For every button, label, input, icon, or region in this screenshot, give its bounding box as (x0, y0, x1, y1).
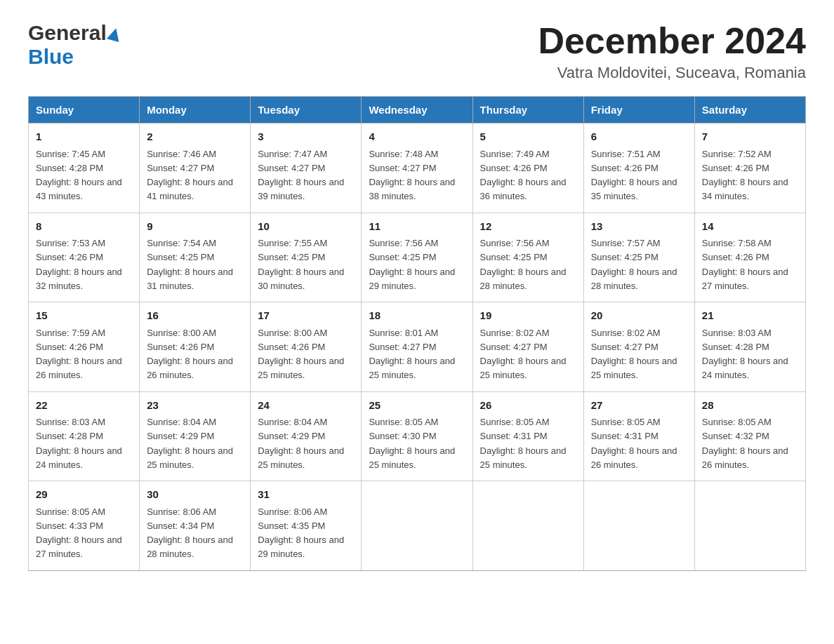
calendar-week-row: 8 Sunrise: 7:53 AMSunset: 4:26 PMDayligh… (29, 213, 806, 302)
calendar-week-row: 22 Sunrise: 8:03 AMSunset: 4:28 PMDaylig… (29, 391, 806, 481)
table-row: 23 Sunrise: 8:04 AMSunset: 4:29 PMDaylig… (140, 391, 251, 481)
table-row: 28 Sunrise: 8:05 AMSunset: 4:32 PMDaylig… (694, 391, 805, 481)
day-number: 4 (369, 129, 465, 145)
table-row: 25 Sunrise: 8:05 AMSunset: 4:30 PMDaylig… (362, 391, 472, 481)
day-info: Sunrise: 8:06 AMSunset: 4:35 PMDaylight:… (258, 507, 344, 560)
table-row: 30 Sunrise: 8:06 AMSunset: 4:34 PMDaylig… (140, 481, 251, 571)
table-row: 8 Sunrise: 7:53 AMSunset: 4:26 PMDayligh… (29, 213, 140, 302)
day-number: 29 (36, 487, 132, 503)
table-row: 17 Sunrise: 8:00 AMSunset: 4:26 PMDaylig… (251, 302, 362, 392)
day-info: Sunrise: 7:47 AMSunset: 4:27 PMDaylight:… (258, 149, 344, 202)
day-info: Sunrise: 8:05 AMSunset: 4:30 PMDaylight:… (369, 417, 455, 470)
day-number: 30 (147, 487, 243, 503)
day-number: 9 (147, 219, 243, 235)
logo-blue-text: Blue (28, 45, 74, 68)
month-title: December 2024 (538, 21, 806, 61)
table-row: 19 Sunrise: 8:02 AMSunset: 4:27 PMDaylig… (472, 302, 583, 392)
day-number: 14 (702, 219, 798, 235)
header-thursday: Thursday (472, 97, 583, 123)
page-header: General Blue December 2024 Vatra Moldovi… (28, 21, 806, 82)
day-number: 13 (591, 219, 687, 235)
table-row: 26 Sunrise: 8:05 AMSunset: 4:31 PMDaylig… (472, 391, 583, 481)
day-number: 21 (702, 308, 798, 324)
day-info: Sunrise: 8:02 AMSunset: 4:27 PMDaylight:… (591, 328, 677, 381)
day-number: 5 (480, 129, 576, 145)
day-number: 18 (369, 308, 465, 324)
day-number: 10 (258, 219, 354, 235)
day-info: Sunrise: 7:46 AMSunset: 4:27 PMDaylight:… (147, 149, 233, 202)
day-info: Sunrise: 8:05 AMSunset: 4:33 PMDaylight:… (36, 507, 122, 560)
table-row: 14 Sunrise: 7:58 AMSunset: 4:26 PMDaylig… (694, 213, 805, 302)
logo-general-text: General (28, 21, 107, 45)
day-info: Sunrise: 8:03 AMSunset: 4:28 PMDaylight:… (702, 328, 788, 381)
table-row: 21 Sunrise: 8:03 AMSunset: 4:28 PMDaylig… (694, 302, 805, 392)
day-info: Sunrise: 8:03 AMSunset: 4:28 PMDaylight:… (36, 417, 122, 470)
day-info: Sunrise: 7:58 AMSunset: 4:26 PMDaylight:… (702, 238, 788, 291)
day-info: Sunrise: 7:55 AMSunset: 4:25 PMDaylight:… (258, 238, 344, 291)
day-info: Sunrise: 8:00 AMSunset: 4:26 PMDaylight:… (258, 328, 344, 381)
day-info: Sunrise: 7:53 AMSunset: 4:26 PMDaylight:… (36, 238, 122, 291)
day-info: Sunrise: 7:57 AMSunset: 4:25 PMDaylight:… (591, 238, 677, 291)
day-info: Sunrise: 7:45 AMSunset: 4:28 PMDaylight:… (36, 149, 122, 202)
table-row: 6 Sunrise: 7:51 AMSunset: 4:26 PMDayligh… (583, 123, 694, 213)
header-tuesday: Tuesday (251, 97, 362, 123)
table-row: 2 Sunrise: 7:46 AMSunset: 4:27 PMDayligh… (140, 123, 251, 213)
day-number: 11 (369, 219, 465, 235)
table-row: 18 Sunrise: 8:01 AMSunset: 4:27 PMDaylig… (362, 302, 472, 392)
table-row: 9 Sunrise: 7:54 AMSunset: 4:25 PMDayligh… (140, 213, 251, 302)
table-row: 11 Sunrise: 7:56 AMSunset: 4:25 PMDaylig… (362, 213, 472, 302)
day-number: 23 (147, 398, 243, 414)
day-info: Sunrise: 8:04 AMSunset: 4:29 PMDaylight:… (258, 417, 344, 470)
header-friday: Friday (583, 97, 694, 123)
header-saturday: Saturday (694, 97, 805, 123)
day-number: 15 (36, 308, 132, 324)
day-number: 19 (480, 308, 576, 324)
day-info: Sunrise: 7:52 AMSunset: 4:26 PMDaylight:… (702, 149, 788, 202)
day-number: 8 (36, 219, 132, 235)
day-number: 7 (702, 129, 798, 145)
day-number: 3 (258, 129, 354, 145)
header-monday: Monday (140, 97, 251, 123)
day-number: 22 (36, 398, 132, 414)
day-info: Sunrise: 8:04 AMSunset: 4:29 PMDaylight:… (147, 417, 233, 470)
calendar-table: Sunday Monday Tuesday Wednesday Thursday… (28, 96, 806, 571)
day-info: Sunrise: 8:05 AMSunset: 4:31 PMDaylight:… (591, 417, 677, 470)
calendar-header-row: Sunday Monday Tuesday Wednesday Thursday… (29, 97, 806, 123)
day-number: 25 (369, 398, 465, 414)
day-info: Sunrise: 8:05 AMSunset: 4:32 PMDaylight:… (702, 417, 788, 470)
day-info: Sunrise: 8:06 AMSunset: 4:34 PMDaylight:… (147, 507, 233, 560)
table-row (472, 481, 583, 571)
calendar-week-row: 29 Sunrise: 8:05 AMSunset: 4:33 PMDaylig… (29, 481, 806, 571)
day-info: Sunrise: 7:51 AMSunset: 4:26 PMDaylight:… (591, 149, 677, 202)
table-row: 12 Sunrise: 7:56 AMSunset: 4:25 PMDaylig… (472, 213, 583, 302)
day-number: 27 (591, 398, 687, 414)
table-row: 1 Sunrise: 7:45 AMSunset: 4:28 PMDayligh… (29, 123, 140, 213)
table-row: 31 Sunrise: 8:06 AMSunset: 4:35 PMDaylig… (251, 481, 362, 571)
table-row: 22 Sunrise: 8:03 AMSunset: 4:28 PMDaylig… (29, 391, 140, 481)
table-row: 24 Sunrise: 8:04 AMSunset: 4:29 PMDaylig… (251, 391, 362, 481)
day-number: 20 (591, 308, 687, 324)
day-info: Sunrise: 8:02 AMSunset: 4:27 PMDaylight:… (480, 328, 567, 381)
table-row: 16 Sunrise: 8:00 AMSunset: 4:26 PMDaylig… (140, 302, 251, 392)
day-info: Sunrise: 7:48 AMSunset: 4:27 PMDaylight:… (369, 149, 455, 202)
calendar-week-row: 15 Sunrise: 7:59 AMSunset: 4:26 PMDaylig… (29, 302, 806, 392)
table-row: 13 Sunrise: 7:57 AMSunset: 4:25 PMDaylig… (583, 213, 694, 302)
header-sunday: Sunday (29, 97, 140, 123)
table-row (694, 481, 805, 571)
header-wednesday: Wednesday (362, 97, 472, 123)
day-number: 12 (480, 219, 576, 235)
day-info: Sunrise: 7:56 AMSunset: 4:25 PMDaylight:… (480, 238, 567, 291)
day-number: 26 (480, 398, 576, 414)
table-row (362, 481, 472, 571)
day-info: Sunrise: 7:56 AMSunset: 4:25 PMDaylight:… (369, 238, 455, 291)
table-row: 10 Sunrise: 7:55 AMSunset: 4:25 PMDaylig… (251, 213, 362, 302)
day-info: Sunrise: 7:59 AMSunset: 4:26 PMDaylight:… (36, 328, 122, 381)
day-info: Sunrise: 7:54 AMSunset: 4:25 PMDaylight:… (147, 238, 233, 291)
title-section: December 2024 Vatra Moldovitei, Suceava,… (538, 21, 806, 82)
day-number: 1 (36, 129, 132, 145)
day-number: 6 (591, 129, 687, 145)
table-row: 4 Sunrise: 7:48 AMSunset: 4:27 PMDayligh… (362, 123, 472, 213)
day-info: Sunrise: 7:49 AMSunset: 4:26 PMDaylight:… (480, 149, 567, 202)
table-row: 7 Sunrise: 7:52 AMSunset: 4:26 PMDayligh… (694, 123, 805, 213)
day-info: Sunrise: 8:05 AMSunset: 4:31 PMDaylight:… (480, 417, 567, 470)
